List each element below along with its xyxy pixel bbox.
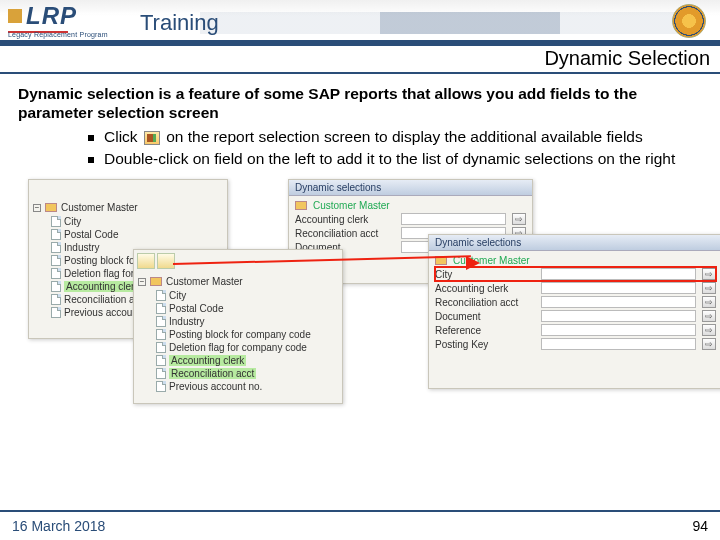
tree-item-label: Accounting clerk [169,355,246,366]
slide-footer: 16 March 2018 94 [0,510,720,540]
tree-item-label: Previous account no. [169,381,262,392]
tree-item-label: Deletion flag for [64,268,134,279]
tree-item-label: Posting block for company code [169,329,311,340]
field-icon [156,329,166,340]
selection-row: Document⇨ [435,309,716,323]
value-input[interactable] [541,324,696,336]
multi-select-button[interactable]: ⇨ [702,282,716,294]
selection-row: Accounting clerk⇨ [295,212,526,226]
tree-item-label: Accounting clerk [64,281,141,292]
header-section-title: Training [140,10,219,36]
bullet-icon [88,157,94,163]
field-icon [156,342,166,353]
field-icon [156,290,166,301]
panel-title: Dynamic selections [429,235,720,251]
tree-item[interactable]: City [156,289,338,302]
org-seal-icon [672,4,706,38]
tree-item-label: Postal Code [169,303,223,314]
tree-item-label: Industry [169,316,205,327]
multi-select-button[interactable]: ⇨ [702,324,716,336]
value-input[interactable] [541,338,696,350]
field-icon [51,268,61,279]
selection-row: Reconciliation acct⇨ [435,295,716,309]
group-header: Customer Master [435,254,716,267]
folder-icon [150,277,162,286]
value-input[interactable] [541,268,696,280]
field-label: Accounting clerk [295,214,395,225]
tree-item[interactable]: Deletion flag for company code [156,341,338,354]
folder-icon [295,201,307,210]
field-icon [51,255,61,266]
bullet-list: Click on the report selection screen to … [88,127,704,169]
tree-item[interactable]: Reconciliation acct [156,367,338,380]
footer-date: 16 March 2018 [12,518,105,534]
tree-item[interactable]: Previous account no. [156,380,338,393]
field-label: Reconciliation acct [435,297,535,308]
field-label: Reference [435,325,535,336]
tree-item-label: Postal Code [64,229,118,240]
logo-square-icon [8,9,22,23]
lrp-logo: LRP Legacy Replacement Program [8,2,128,38]
sap-screenshot-stage: − Customer Master CityPostal CodeIndustr… [28,179,704,404]
field-icon [51,229,61,240]
field-icon [156,316,166,327]
tree-root-label: Customer Master [61,202,138,213]
tree-item-label: Reconciliation acct [169,368,256,379]
folder-icon [435,256,447,265]
multi-select-button[interactable]: ⇨ [512,213,526,225]
tree-item[interactable]: Posting block for company code [156,328,338,341]
group-header: Customer Master [295,199,526,212]
dynamic-selection-icon [144,131,160,145]
value-input[interactable] [401,213,506,225]
bullet-icon [88,135,94,141]
dynamic-selections-panel-front: Dynamic selections Customer Master City⇨… [428,234,720,389]
group-label: Customer Master [313,200,390,211]
field-icon [156,381,166,392]
tree-item[interactable]: Postal Code [51,228,223,241]
multi-select-button[interactable]: ⇨ [702,310,716,322]
tree-item-label: City [64,216,81,227]
bullet-text-post: on the report selection screen to displa… [166,128,643,145]
footer-page-number: 94 [692,518,708,534]
field-icon [51,216,61,227]
group-label: Customer Master [453,255,530,266]
folder-icon [45,203,57,212]
tree-item[interactable]: Postal Code [156,302,338,315]
field-icon [51,242,61,253]
tree-item-label: Reconciliation ac [64,294,140,305]
field-icon [156,303,166,314]
selection-row: City⇨ [435,267,716,281]
field-icon [156,355,166,366]
logo-subtext: Legacy Replacement Program [8,31,128,38]
field-icon [51,307,61,318]
tree-item-label: Industry [64,242,100,253]
tree-item-label: Posting block for [64,255,138,266]
field-label: Document [435,311,535,322]
value-input[interactable] [541,296,696,308]
value-input[interactable] [541,282,696,294]
toolbar-button[interactable] [137,253,155,269]
selection-row: Posting Key⇨ [435,337,716,351]
field-tree-panel-front: − Customer Master CityPostal CodeIndustr… [133,249,343,404]
panel-title: Dynamic selections [289,180,532,196]
slide-title: Dynamic Selection [544,47,710,70]
slide-subheader: Dynamic Selection [0,46,720,74]
tree-item[interactable]: Accounting clerk [156,354,338,367]
bullet-item: Click on the report selection screen to … [88,127,704,147]
field-label: City [435,269,535,280]
field-icon [156,368,166,379]
tree-item[interactable]: Industry [156,315,338,328]
selection-row: Reference⇨ [435,323,716,337]
multi-select-button[interactable]: ⇨ [702,296,716,308]
expand-toggle-icon[interactable]: − [138,278,146,286]
toolbar-button[interactable] [157,253,175,269]
bullet-text-pre: Click [104,128,142,145]
multi-select-button[interactable]: ⇨ [702,268,716,280]
tree-item[interactable]: City [51,215,223,228]
multi-select-button[interactable]: ⇨ [702,338,716,350]
field-label: Reconciliation acct [295,228,395,239]
tree-item-label: Deletion flag for company code [169,342,307,353]
expand-toggle-icon[interactable]: − [33,204,41,212]
value-input[interactable] [541,310,696,322]
bullet-text: Double-click on field on the left to add… [104,149,675,169]
